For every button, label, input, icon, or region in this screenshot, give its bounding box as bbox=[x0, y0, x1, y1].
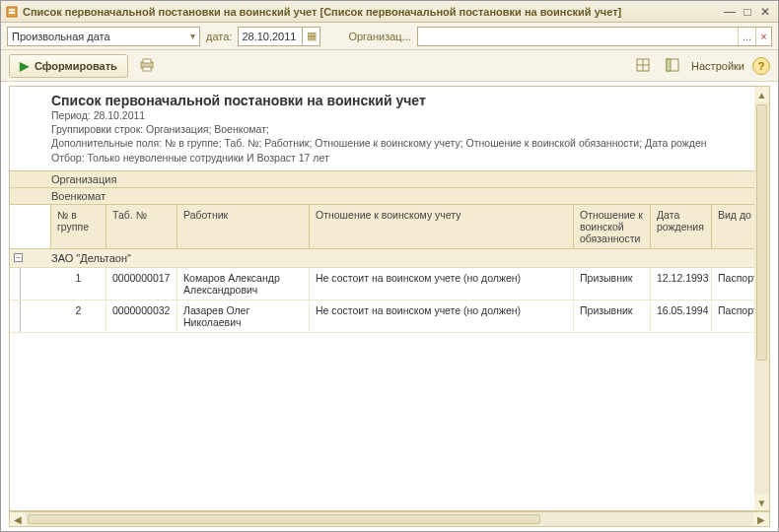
calendar-button[interactable]: ▦ bbox=[303, 27, 320, 46]
view-mode-1-button[interactable] bbox=[632, 55, 654, 77]
help-icon: ? bbox=[758, 60, 765, 72]
svg-rect-10 bbox=[667, 59, 671, 71]
report-title: Список первоначальной постановки на воин… bbox=[51, 93, 769, 108]
org-label: Организац... bbox=[348, 31, 410, 42]
window-title: Список первоначальной постановки на воин… bbox=[23, 6, 721, 18]
column-headers: № в группе Таб. № Работник Отношение к в… bbox=[10, 205, 769, 249]
tree-collapse-button[interactable]: − bbox=[14, 253, 23, 262]
settings-link[interactable]: Настройки bbox=[691, 60, 744, 72]
report-header: Список первоначальной постановки на воин… bbox=[10, 87, 769, 170]
scroll-thumb[interactable] bbox=[756, 104, 767, 361]
cell-dob: 12.12.1993 bbox=[651, 268, 712, 299]
date-input[interactable]: 28.10.2011 bbox=[238, 27, 303, 46]
horizontal-scrollbar[interactable]: ◀ ▶ bbox=[9, 511, 770, 527]
table-icon bbox=[636, 58, 650, 74]
print-icon bbox=[139, 57, 155, 75]
titlebar: Список первоначальной постановки на воин… bbox=[1, 1, 778, 23]
org-choose-button[interactable]: ... bbox=[738, 28, 755, 45]
cell-num: 1 bbox=[51, 268, 106, 299]
cell-tab: 0000000017 bbox=[106, 268, 177, 299]
generate-label: Сформировать bbox=[35, 60, 117, 72]
svg-rect-5 bbox=[143, 67, 151, 71]
cell-num: 2 bbox=[51, 300, 106, 332]
report-meta-filter: Отбор: Только неуволенные сотрудники И В… bbox=[51, 151, 769, 165]
cell-ob: Призывник bbox=[574, 268, 651, 299]
group-band-mil: Военкомат bbox=[10, 188, 769, 205]
scroll-up-icon[interactable]: ▲ bbox=[754, 87, 769, 102]
scroll-thumb-h[interactable] bbox=[28, 514, 540, 524]
chevron-down-icon: ▾ bbox=[186, 31, 195, 41]
play-icon: ▶ bbox=[20, 59, 29, 73]
group-label: ЗАО "Дельтаон" bbox=[51, 249, 769, 267]
period-mode-combo[interactable]: Произвольная дата ▾ bbox=[7, 27, 200, 46]
table-row: 1 0000000017 Комаров Александр Александр… bbox=[10, 268, 769, 300]
cell-tab: 0000000032 bbox=[106, 300, 177, 332]
cell-rel: Не состоит на воинском учете (но должен) bbox=[310, 268, 574, 299]
report-meta-period: Период: 28.10.2011 bbox=[51, 108, 769, 122]
report-pane: Список первоначальной постановки на воин… bbox=[9, 86, 770, 511]
scroll-left-icon[interactable]: ◀ bbox=[10, 512, 26, 526]
svg-rect-4 bbox=[143, 59, 151, 63]
svg-rect-1 bbox=[9, 9, 15, 11]
close-button[interactable]: ✕ bbox=[756, 4, 774, 20]
organization-input[interactable]: ... × bbox=[417, 27, 772, 46]
org-clear-button[interactable]: × bbox=[755, 28, 771, 45]
params-toolbar: Произвольная дата ▾ дата: 28.10.2011 ▦ О… bbox=[1, 23, 778, 50]
report-meta-extra: Дополнительные поля: № в группе; Таб. №;… bbox=[51, 136, 769, 150]
period-mode-value: Произвольная дата bbox=[12, 31, 110, 42]
col-rel: Отношение к воинскому учету bbox=[310, 205, 574, 248]
cell-ob: Призывник bbox=[574, 300, 651, 332]
col-emp: Работник bbox=[177, 205, 310, 248]
table-row: 2 0000000032 Лазарев Олег Николаевич Не … bbox=[10, 300, 769, 333]
report-area: Список первоначальной постановки на воин… bbox=[1, 82, 778, 531]
panel-icon bbox=[666, 58, 679, 74]
scroll-down-icon[interactable]: ▼ bbox=[754, 495, 769, 510]
col-ob: Отношение к воинской обязанности bbox=[574, 205, 651, 248]
svg-rect-2 bbox=[9, 12, 15, 14]
col-tab: Таб. № bbox=[106, 205, 177, 248]
date-label: дата: bbox=[206, 31, 232, 42]
vertical-scrollbar[interactable]: ▲ ▼ bbox=[754, 86, 770, 511]
group-row: − ЗАО "Дельтаон" bbox=[10, 249, 769, 268]
print-button[interactable] bbox=[136, 55, 158, 77]
settings-label: Настройки bbox=[691, 60, 744, 72]
app-icon bbox=[5, 5, 19, 19]
cell-rel: Не состоит на воинском учете (но должен) bbox=[310, 300, 574, 332]
maximize-button[interactable]: □ bbox=[739, 4, 756, 20]
date-value: 28.10.2011 bbox=[242, 31, 296, 42]
action-toolbar: ▶ Сформировать Настройки ? bbox=[1, 50, 778, 82]
view-mode-2-button[interactable] bbox=[662, 55, 683, 77]
col-dob: Дата рождения bbox=[651, 205, 712, 248]
cell-emp: Лазарев Олег Николаевич bbox=[177, 300, 310, 332]
window: Список первоначальной постановки на воин… bbox=[0, 0, 779, 532]
cell-emp: Комаров Александр Александрович bbox=[177, 268, 310, 299]
minimize-button[interactable]: — bbox=[721, 4, 739, 20]
generate-button[interactable]: ▶ Сформировать bbox=[9, 54, 128, 78]
cell-dob: 16.05.1994 bbox=[651, 300, 712, 332]
help-button[interactable]: ? bbox=[752, 57, 770, 75]
report-meta-groupings: Группировки строк: Организация; Военкома… bbox=[51, 122, 769, 136]
scroll-right-icon[interactable]: ▶ bbox=[753, 512, 769, 526]
col-num: № в группе bbox=[51, 205, 106, 248]
group-band-org: Организация bbox=[10, 170, 769, 188]
calendar-icon: ▦ bbox=[307, 30, 317, 42]
